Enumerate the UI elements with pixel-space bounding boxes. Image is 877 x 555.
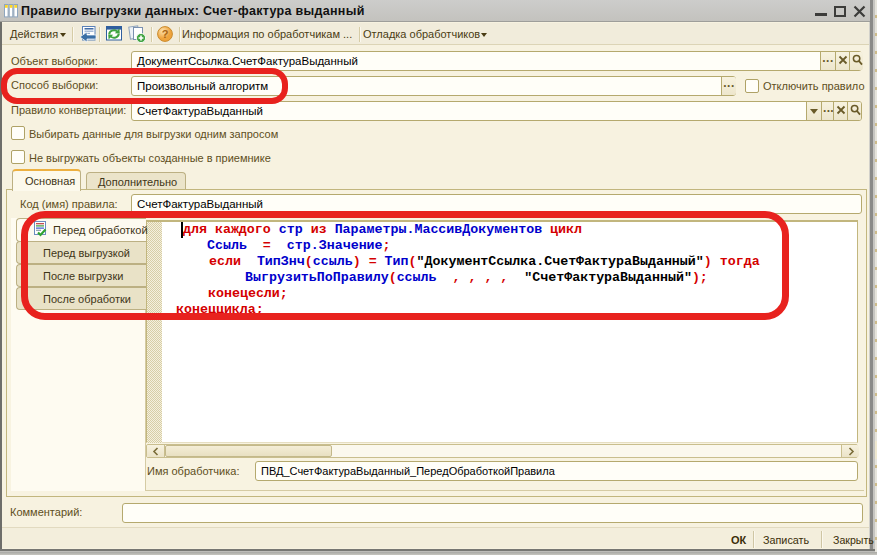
svg-text:?: ? [162,28,169,40]
